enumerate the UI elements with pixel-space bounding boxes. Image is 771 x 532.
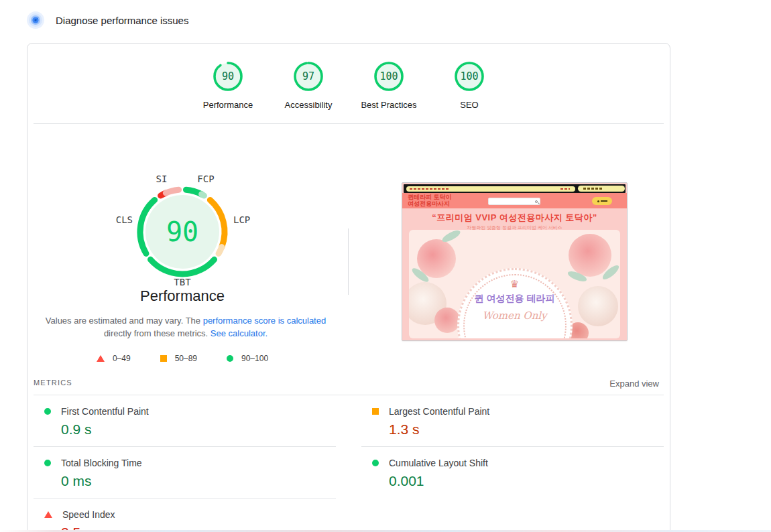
metric-value: 1.3 s bbox=[389, 421, 664, 438]
rose-illustration bbox=[434, 308, 460, 333]
svg-text:100: 100 bbox=[460, 70, 478, 82]
badge-title: 퀸 여성전용 테라피 bbox=[459, 293, 571, 305]
average-square-icon bbox=[160, 355, 167, 362]
metric-name: Largest Contentful Paint bbox=[389, 406, 489, 417]
metric-total-blocking-time: Total Blocking Time 0 ms bbox=[34, 447, 336, 498]
average-square-icon bbox=[372, 408, 379, 415]
performance-gauge: 90 bbox=[125, 175, 239, 289]
category-scores-row: 90 Performance 97 Accessibility 100 Bes bbox=[27, 61, 670, 110]
screenshot-header-button bbox=[592, 197, 612, 205]
expand-view-button[interactable]: Expand view bbox=[609, 379, 659, 389]
wedge-label-cls: CLS bbox=[116, 214, 133, 225]
disclaimer-text: Values are estimated and may vary. The bbox=[46, 316, 203, 326]
gauge-ring-icon: 100 bbox=[454, 61, 485, 92]
pass-circle-icon bbox=[44, 460, 51, 466]
score-gauge-best-practices[interactable]: 100 Best Practices bbox=[355, 61, 422, 110]
wedge-label-fcp: FCP bbox=[197, 174, 214, 184]
performance-score-link[interactable]: performance score is calculated bbox=[203, 316, 327, 326]
svg-text:90: 90 bbox=[222, 70, 234, 82]
metric-value: 0.001 bbox=[389, 473, 664, 489]
metric-speed-index: Speed Index 2.5 s bbox=[34, 498, 336, 532]
metric-first-contentful-paint: First Contentful Paint 0.9 s bbox=[34, 395, 336, 447]
screenshot-search-box bbox=[488, 198, 540, 205]
disclaimer-text: directly from these metrics. bbox=[104, 328, 211, 338]
report-header: Diagnose performance issues bbox=[27, 11, 188, 29]
see-calculator-link[interactable]: See calculator. bbox=[211, 328, 268, 338]
wedge-label-tbt: TBT bbox=[174, 277, 190, 287]
screenshot-site-logo: 퀸테라피 토닥이 여성전용마사지 bbox=[408, 194, 452, 207]
screenshot-notice-pill bbox=[406, 186, 575, 192]
screenshot-button-pill bbox=[578, 186, 625, 192]
fail-triangle-icon bbox=[97, 355, 105, 362]
screenshot-flower-panel: ♛ 퀸 여성전용 테라피 Women Only bbox=[409, 230, 620, 338]
search-icon bbox=[535, 200, 538, 203]
legend-fail-range: 0–49 bbox=[113, 354, 131, 363]
metric-name: Speed Index bbox=[62, 509, 115, 520]
leaf-illustration bbox=[440, 230, 462, 244]
gauge-ring-icon: 90 bbox=[213, 61, 243, 92]
score-label: SEO bbox=[460, 100, 478, 110]
metrics-section-heading: METRICS bbox=[34, 379, 72, 387]
performance-score-value: 90 bbox=[125, 175, 239, 289]
screenshot-browser-bar bbox=[404, 184, 626, 193]
page-title: Diagnose performance issues bbox=[56, 15, 188, 26]
crown-icon: ♛ bbox=[459, 279, 571, 289]
rose-illustration bbox=[569, 234, 611, 277]
section-divider bbox=[34, 123, 664, 124]
metric-cumulative-layout-shift: Cumulative Layout Shift 0.001 bbox=[361, 447, 664, 498]
svg-text:100: 100 bbox=[379, 70, 398, 82]
badge-subtitle: Women Only bbox=[459, 310, 571, 322]
metric-value: 0.9 s bbox=[61, 421, 336, 438]
score-label: Accessibility bbox=[285, 100, 333, 110]
pagespeed-gauge-icon bbox=[27, 11, 44, 29]
wedge-label-lcp: LCP bbox=[233, 214, 250, 225]
pass-circle-icon bbox=[227, 355, 233, 362]
legend-average-range: 50–89 bbox=[175, 354, 197, 363]
tiny-text-dashes bbox=[410, 188, 450, 190]
score-disclaimer: Values are estimated and may vary. The p… bbox=[42, 314, 330, 340]
women-only-badge: ♛ 퀸 여성전용 테라피 Women Only bbox=[457, 268, 573, 338]
pass-circle-icon bbox=[44, 408, 51, 415]
legend-pass: 90–100 bbox=[227, 354, 268, 363]
score-gauge-performance[interactable]: 90 Performance bbox=[194, 61, 261, 110]
screenshot-site-header: 퀸테라피 토닥이 여성전용마사지 bbox=[402, 193, 627, 208]
fail-triangle-icon bbox=[44, 511, 52, 518]
score-label: Best Practices bbox=[361, 100, 416, 110]
score-legend: 0–49 50–89 90–100 bbox=[27, 354, 337, 363]
vertical-divider bbox=[348, 228, 349, 295]
gauge-ring-icon: 97 bbox=[293, 61, 324, 92]
report-card: 90 Performance 97 Accessibility 100 Bes bbox=[27, 43, 670, 532]
metric-largest-contentful-paint: Largest Contentful Paint 1.3 s bbox=[361, 395, 664, 447]
page-screenshot-thumbnail[interactable]: 퀸테라피 토닥이 여성전용마사지 “프리미엄 VVIP 여성전용마사지 토닥아”… bbox=[402, 182, 628, 341]
score-label: Performance bbox=[203, 100, 253, 110]
score-gauge-accessibility[interactable]: 97 Accessibility bbox=[275, 61, 342, 110]
pass-circle-icon bbox=[372, 460, 379, 466]
pagespeed-report-page: Diagnose performance issues 90 Performan… bbox=[0, 0, 771, 532]
tiny-text-dashes bbox=[583, 188, 603, 190]
metric-name: Cumulative Layout Shift bbox=[389, 458, 488, 468]
performance-section-title: Performance bbox=[27, 287, 337, 305]
metric-name: First Contentful Paint bbox=[61, 406, 149, 417]
wedge-label-si: SI bbox=[156, 174, 168, 184]
legend-pass-range: 90–100 bbox=[241, 354, 268, 363]
legend-fail: 0–49 bbox=[97, 354, 131, 363]
svg-text:97: 97 bbox=[302, 70, 314, 82]
score-gauge-seo[interactable]: 100 SEO bbox=[436, 61, 503, 110]
peony-illustration bbox=[578, 286, 618, 326]
metric-value: 0 ms bbox=[61, 473, 336, 489]
metric-name: Total Blocking Time bbox=[61, 458, 142, 468]
metrics-grid: First Contentful Paint 0.9 s Largest Con… bbox=[34, 395, 664, 532]
performance-gauge-section: 90 SI FCP CLS LCP TBT Performance Values… bbox=[27, 164, 337, 379]
tiny-text-dashes bbox=[560, 188, 570, 190]
legend-average: 50–89 bbox=[160, 354, 197, 363]
screenshot-hero: “프리미엄 VVIP 여성전용마사지 토닥아” 차별화된 맞춤형 청결과 프리미… bbox=[402, 212, 627, 341]
screenshot-headline: “프리미엄 VVIP 여성전용마사지 토닥아” bbox=[402, 212, 627, 224]
gauge-ring-icon: 100 bbox=[373, 61, 404, 92]
